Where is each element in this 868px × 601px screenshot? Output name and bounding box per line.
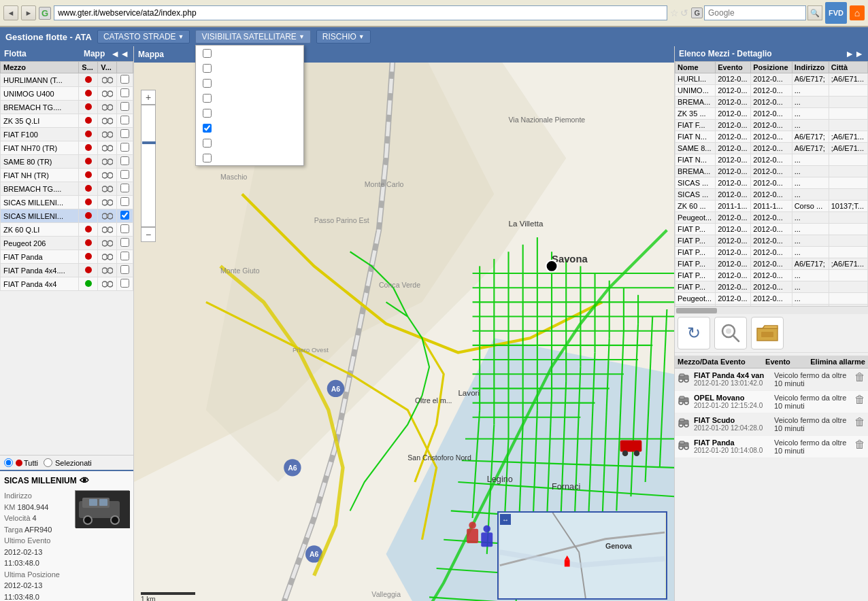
fleet-checkbox[interactable] xyxy=(120,184,129,192)
fleet-cell-checkbox[interactable] xyxy=(116,237,133,250)
fleet-row-14[interactable]: FIAT Panda 4x4.... xyxy=(1,264,133,277)
details-row-4[interactable]: FIAT F... 2012-0... 2012-0... ... xyxy=(675,120,868,131)
fleet-cell-binoculars[interactable] xyxy=(98,277,116,291)
catasto-menu-button[interactable]: CATASTO STRADE ▼ xyxy=(97,30,190,44)
fleet-cell-checkbox[interactable] xyxy=(116,277,133,291)
fleet-cell-binoculars[interactable] xyxy=(98,209,116,223)
fleet-checkbox[interactable] xyxy=(120,156,129,165)
visibilita-menu-button[interactable]: VISIBILITA SATELLITARE ▼ xyxy=(195,30,310,44)
back-button[interactable]: ◄ xyxy=(3,5,18,20)
fleet-cell-checkbox[interactable] xyxy=(116,196,133,209)
dropdown-item-18-24-sat[interactable]: 18-24-SAT xyxy=(196,135,303,150)
forward-button[interactable]: ► xyxy=(21,5,36,20)
dropdown-item-0-6-pdop[interactable]: 0-6-PDOP xyxy=(196,61,303,75)
zoom-slider[interactable] xyxy=(141,105,156,227)
fleet-scroll-area[interactable]: Mezzo S... V... HURLIMANN (T... xyxy=(0,61,133,455)
fleet-cell-checkbox[interactable] xyxy=(116,155,133,169)
fleet-row-3[interactable]: ZK 35 Q.LI xyxy=(1,114,133,128)
fleet-cell-checkbox[interactable] xyxy=(116,223,133,237)
fleet-cell-binoculars[interactable] xyxy=(98,250,116,264)
alarms-scroll[interactable]: FIAT Panda 4x4 van 2012-01-20 13:01:42.0… xyxy=(675,368,868,458)
details-row-14[interactable]: FIAT P... 2012-0... 2012-0... ... xyxy=(675,235,868,247)
rischio-menu-button[interactable]: RISCHIO ▼ xyxy=(316,30,371,44)
fleet-cell-checkbox[interactable] xyxy=(116,141,133,155)
details-row-1[interactable]: UNIMO... 2012-0... 2012-0... ... xyxy=(675,85,868,97)
fleet-checkbox[interactable] xyxy=(120,238,129,247)
fleet-checkbox[interactable] xyxy=(120,224,129,233)
fleet-checkbox[interactable] xyxy=(120,116,129,124)
selezionati-radio-label[interactable]: Selezionati xyxy=(44,458,92,467)
fleet-row-13[interactable]: FIAT Panda xyxy=(1,250,133,264)
fleet-row-9[interactable]: SICAS MILLENI... xyxy=(1,196,133,209)
fleet-cell-checkbox[interactable] xyxy=(116,101,133,114)
tutti-radio[interactable] xyxy=(4,458,13,467)
details-row-8[interactable]: BREMA... 2012-0... 2012-0... ... xyxy=(675,166,868,177)
checkbox-6-12-pdop[interactable] xyxy=(203,94,212,103)
address-bar[interactable]: www.gter.it/webservice/ata2/index.php xyxy=(54,5,667,20)
details-row-6[interactable]: SAME 8... 2012-0... 2012-0... A6/E717; ;… xyxy=(675,143,868,154)
horizontal-scrollbar[interactable] xyxy=(675,306,868,314)
fleet-cell-binoculars[interactable] xyxy=(98,223,116,237)
checkbox-6-12-sat[interactable] xyxy=(203,79,212,88)
home-icon[interactable]: ⌂ xyxy=(850,5,865,20)
fleet-checkbox[interactable] xyxy=(120,102,129,111)
fleet-row-11[interactable]: ZK 60 Q.LI xyxy=(1,223,133,237)
fleet-cell-binoculars[interactable] xyxy=(98,87,116,101)
fleet-row-12[interactable]: Peugeot 206 xyxy=(1,237,133,250)
checkbox-12-18-sat[interactable] xyxy=(203,109,212,118)
checkbox-18-24-sat[interactable] xyxy=(203,139,212,148)
fleet-row-10[interactable]: SICAS MILLENI... xyxy=(1,209,133,223)
folder-button[interactable] xyxy=(751,317,784,349)
zoom-out-button[interactable]: − xyxy=(141,227,156,242)
checkbox-0-6-pdop[interactable] xyxy=(203,64,212,73)
search-submit-button[interactable]: 🔍 xyxy=(807,5,822,20)
fleet-checkbox[interactable] xyxy=(120,129,129,138)
fleet-checkbox[interactable] xyxy=(120,170,129,179)
fleet-checkbox[interactable] xyxy=(120,265,129,274)
details-row-9[interactable]: SICAS ... 2012-0... 2012-0... ... xyxy=(675,177,868,189)
fleet-checkbox[interactable] xyxy=(120,279,129,288)
fleet-cell-binoculars[interactable] xyxy=(98,128,116,141)
details-row-19[interactable]: Peugeot... 2012-0... 2012-0... ... xyxy=(675,293,868,305)
scrollbar-thumb[interactable] xyxy=(676,308,717,313)
fleet-checkbox[interactable] xyxy=(120,88,129,97)
delete-alarm-button[interactable]: 🗑 xyxy=(854,439,865,451)
dropdown-item-0-6-sat[interactable]: 0-6-SAT xyxy=(196,46,303,61)
fleet-checkbox[interactable] xyxy=(120,197,129,206)
details-row-15[interactable]: FIAT P... 2012-0... 2012-0... ... xyxy=(675,247,868,258)
fleet-cell-binoculars[interactable] xyxy=(98,182,116,196)
dropdown-item-12-18-sat[interactable]: 12-18-SAT xyxy=(196,105,303,120)
details-row-11[interactable]: ZK 60 ... 2011-1... 2011-1... Corso ... … xyxy=(675,201,868,212)
fleet-checkbox[interactable] xyxy=(120,252,129,260)
details-row-18[interactable]: FIAT P... 2012-0... 2012-0... ... xyxy=(675,281,868,293)
details-row-0[interactable]: HURLI... 2012-0... 2012-0... A6/E717; ;A… xyxy=(675,73,868,85)
fleet-cell-checkbox[interactable] xyxy=(116,128,133,141)
minimap-resize-handle[interactable]: ↔ xyxy=(500,514,511,525)
fleet-row-15[interactable]: FIAT Panda 4x4 xyxy=(1,277,133,291)
tutti-radio-label[interactable]: Tutti xyxy=(4,458,38,467)
fleet-checkbox[interactable] xyxy=(120,75,129,84)
fleet-cell-binoculars[interactable] xyxy=(98,237,116,250)
fleet-cell-binoculars[interactable] xyxy=(98,101,116,114)
checkbox-18-24-pdop[interactable] xyxy=(203,154,212,162)
details-row-7[interactable]: FIAT N... 2012-0... 2012-0... ... xyxy=(675,154,868,166)
google-search-input[interactable] xyxy=(704,5,806,20)
fleet-cell-binoculars[interactable] xyxy=(98,73,116,87)
fleet-cell-binoculars[interactable] xyxy=(98,169,116,182)
details-row-3[interactable]: ZK 35 ... 2012-0... 2012-0... ... xyxy=(675,108,868,120)
fleet-checkbox[interactable] xyxy=(120,143,129,152)
fleet-cell-checkbox[interactable] xyxy=(116,169,133,182)
fleet-cell-binoculars[interactable] xyxy=(98,264,116,277)
delete-alarm-button[interactable]: 🗑 xyxy=(854,371,865,383)
fleet-cell-checkbox[interactable] xyxy=(116,87,133,101)
fleet-row-7[interactable]: FIAT NH (TR) xyxy=(1,169,133,182)
dropdown-item-6-12-sat[interactable]: 6-12-SAT xyxy=(196,75,303,90)
panel-collapse-button[interactable]: ◄◄ xyxy=(110,48,129,59)
fleet-row-6[interactable]: SAME 80 (TR) xyxy=(1,155,133,169)
right-panel-expand-button[interactable]: ►► xyxy=(845,48,864,59)
fleet-cell-binoculars[interactable] xyxy=(98,196,116,209)
fleet-cell-binoculars[interactable] xyxy=(98,155,116,169)
fleet-row-0[interactable]: HURLIMANN (T... xyxy=(1,73,133,87)
search-detail-button[interactable] xyxy=(714,317,747,349)
checkbox-12-18-pdop[interactable] xyxy=(203,124,212,133)
